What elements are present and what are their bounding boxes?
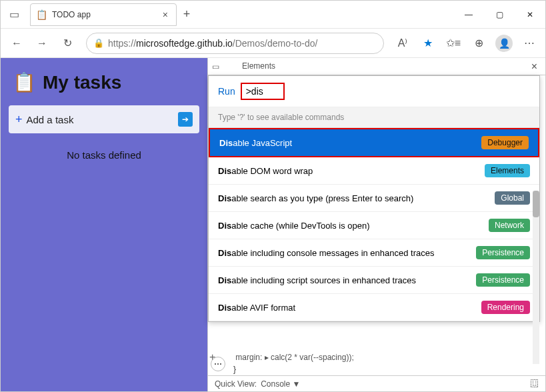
devtools-close-icon[interactable]: × xyxy=(527,59,541,74)
lock-icon: 🔒 xyxy=(93,38,104,48)
maximize-button[interactable]: ▢ xyxy=(484,1,515,29)
new-tab-button[interactable]: + xyxy=(177,7,197,21)
browser-tab[interactable]: 📋 TODO app × xyxy=(30,3,177,26)
window-controls: — ▢ ✕ xyxy=(453,1,545,29)
minimize-button[interactable]: — xyxy=(453,1,484,29)
command-input[interactable] xyxy=(246,86,279,97)
devtools-header: ▭ Elements × xyxy=(208,58,545,75)
command-item[interactable]: Disable including console messages in en… xyxy=(209,239,539,267)
app-title: My tasks xyxy=(43,72,121,93)
tab-actions-icon[interactable]: ▭ xyxy=(1,8,27,21)
code-line: } xyxy=(227,363,540,375)
command-label: Disable including console messages in en… xyxy=(218,248,476,258)
clipboard-icon: 📋 xyxy=(36,9,47,20)
command-label: Disable including script sources in enha… xyxy=(218,275,476,285)
close-window-button[interactable]: ✕ xyxy=(515,1,545,29)
run-label: Run xyxy=(218,86,235,97)
command-label: Disable search as you type (press Enter … xyxy=(218,193,495,203)
scrollbar[interactable] xyxy=(533,191,539,364)
code-line: margin: ▸ calc(2 * var(--spacing)); xyxy=(227,351,540,363)
quick-view-bar: Quick View: Console ▼ ⿶ xyxy=(208,375,545,391)
scroll-thumb[interactable] xyxy=(533,191,539,217)
dock-icon[interactable]: ⿶ xyxy=(531,379,539,389)
plus-icon: + xyxy=(15,113,23,127)
content-area: 📋 My tasks + Add a task ➔ No tasks defin… xyxy=(1,58,545,391)
elements-tab[interactable]: Elements xyxy=(239,59,278,75)
styles-pane: margin: ▸ calc(2 * var(--spacing)); } bo… xyxy=(227,351,540,375)
command-input-highlight xyxy=(241,83,285,100)
profile-avatar[interactable]: 👤 xyxy=(492,31,516,55)
add-task-row[interactable]: + Add a task ➔ xyxy=(9,105,199,133)
read-aloud-icon[interactable]: A⁾ xyxy=(391,31,415,55)
add-submit-button[interactable]: ➔ xyxy=(178,112,193,127)
command-item[interactable]: Disable JavaScriptDebugger xyxy=(209,128,539,157)
navbar: ← → ↻ 🔒 https://microsoftedge.github.io/… xyxy=(1,29,545,58)
extensions-icon[interactable]: ⊕ xyxy=(467,31,491,55)
forward-button[interactable]: → xyxy=(30,31,54,55)
command-item[interactable]: Disable AVIF formatRendering xyxy=(209,294,539,321)
settings-more-icon[interactable]: ⋯ xyxy=(517,31,541,55)
quick-view-label: Quick View: xyxy=(215,379,257,389)
url-text: https://microsoftedge.github.io/Demos/de… xyxy=(108,38,317,49)
command-hint: Type '?' to see available commands xyxy=(209,107,539,128)
command-item[interactable]: Disable cache (while DevTools is open)Ne… xyxy=(209,212,539,239)
titlebar: ▭ 📋 TODO app × + — ▢ ✕ xyxy=(1,1,545,29)
favorite-star-icon[interactable]: ★ xyxy=(416,31,440,55)
empty-state: No tasks defined xyxy=(9,149,199,161)
todo-app: 📋 My tasks + Add a task ➔ No tasks defin… xyxy=(1,58,207,391)
command-badge: Rendering xyxy=(481,301,530,314)
command-item[interactable]: Disable search as you type (press Enter … xyxy=(209,185,539,212)
command-label: Disable DOM word wrap xyxy=(218,166,485,176)
command-badge: Persistence xyxy=(476,273,530,287)
clipboard-icon: 📋 xyxy=(13,71,36,93)
command-badge: Network xyxy=(489,219,530,232)
app-header: 📋 My tasks xyxy=(13,71,199,93)
command-label: Disable AVIF format xyxy=(218,303,481,313)
favorites-icon[interactable]: ✩≡ xyxy=(441,31,465,55)
command-badge: Persistence xyxy=(476,246,530,259)
command-label: Disable cache (while DevTools is open) xyxy=(218,221,489,231)
quick-view-tab[interactable]: Console ▼ xyxy=(261,379,300,389)
address-bar[interactable]: 🔒 https://microsoftedge.github.io/Demos/… xyxy=(86,33,384,54)
command-item[interactable]: Disable DOM word wrapElements xyxy=(209,157,539,185)
add-task-input[interactable]: Add a task xyxy=(27,114,178,125)
inspect-icon[interactable]: ▭ xyxy=(212,62,219,71)
refresh-button[interactable]: ↻ xyxy=(55,31,79,55)
command-badge: Debugger xyxy=(481,136,529,149)
back-button[interactable]: ← xyxy=(5,31,29,55)
command-input-row: Run xyxy=(209,76,539,107)
command-menu: Run Type '?' to see available commands D… xyxy=(208,75,540,322)
command-label: Disable JavaScript xyxy=(219,138,481,148)
more-tools-icon[interactable]: ⋯ xyxy=(211,357,225,371)
command-badge: Global xyxy=(495,191,530,205)
close-tab-icon[interactable]: × xyxy=(160,9,171,20)
tab-title: TODO app xyxy=(52,10,160,19)
command-badge: Elements xyxy=(485,164,530,177)
devtools-panel: ▭ Elements × Run Type '?' to see availab… xyxy=(207,58,545,391)
command-item[interactable]: Disable including script sources in enha… xyxy=(209,267,539,294)
command-list: Disable JavaScriptDebuggerDisable DOM wo… xyxy=(209,128,539,321)
